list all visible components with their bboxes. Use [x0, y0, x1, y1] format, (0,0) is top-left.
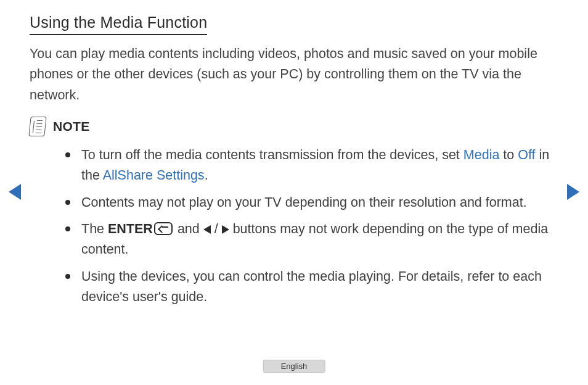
off-link[interactable]: Off: [518, 147, 535, 162]
allshare-settings-link[interactable]: AllShare Settings: [103, 168, 205, 183]
note-text: to: [499, 147, 518, 162]
note-text: and: [174, 221, 203, 236]
language-badge[interactable]: English: [263, 360, 325, 373]
note-icon: [28, 117, 46, 136]
note-item-2: Contents may not play on your TV dependi…: [81, 192, 558, 213]
note-text: .: [205, 168, 208, 183]
intro-paragraph: You can play media contents including vi…: [30, 44, 558, 106]
note-heading-row: NOTE: [30, 117, 558, 136]
right-button-icon: [222, 225, 229, 234]
note-item-4: Using the devices, you can control the m…: [81, 267, 558, 308]
note-text: The: [81, 221, 108, 236]
note-item-1: To turn off the media contents transmiss…: [81, 145, 558, 186]
note-text: To turn off the media contents transmiss…: [81, 147, 463, 162]
page-title: Using the Media Function: [30, 14, 207, 35]
manual-page: Using the Media Function You can play me…: [0, 0, 588, 385]
next-page-button[interactable]: [567, 184, 579, 200]
media-link[interactable]: Media: [463, 147, 500, 162]
note-list: To turn off the media contents transmiss…: [30, 145, 558, 307]
prev-page-button[interactable]: [9, 184, 21, 200]
left-button-icon: [203, 225, 211, 234]
enter-label: ENTER: [108, 221, 153, 236]
note-text: /: [211, 221, 222, 236]
enter-icon: [154, 222, 173, 235]
note-item-3: The ENTER and / buttons may not work dep…: [81, 219, 558, 260]
note-label: NOTE: [53, 119, 90, 134]
